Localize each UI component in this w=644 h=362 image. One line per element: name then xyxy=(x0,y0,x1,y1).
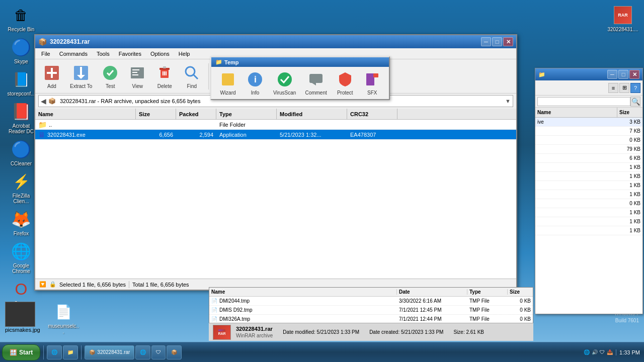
desktop-icon-acrobat[interactable]: 📕 Acrobat Reader DC xyxy=(5,102,37,134)
desktop-icon-firefox[interactable]: 🦊 Firefox xyxy=(5,209,37,236)
list-item[interactable]: 1 KB xyxy=(535,208,642,217)
test-mode-line3: Build 7601 xyxy=(614,317,639,324)
col-header-size[interactable]: Size xyxy=(136,109,176,119)
address-dropdown-button[interactable]: ▼ xyxy=(505,98,511,104)
list-item[interactable]: 7 KB xyxy=(535,127,642,136)
fe-search-input-area[interactable] xyxy=(537,97,630,106)
bottom-file-date-0: 3/30/2022 6:16 AM xyxy=(397,298,467,304)
taskbar-shield-button[interactable]: 🛡 xyxy=(151,345,166,359)
desktop-icon-recycle-bin[interactable]: 🗑 Recycle Bin xyxy=(5,5,37,32)
desktop-icon-skype[interactable]: 🔵 Skype xyxy=(5,37,37,64)
list-item[interactable]: 1 KB xyxy=(535,217,642,226)
toolbar-find-button[interactable]: Find xyxy=(179,61,204,92)
status-right: Total 1 file, 6,656 bytes xyxy=(132,282,189,288)
col-header-type[interactable]: Type xyxy=(216,109,277,119)
word-icon: 📘 xyxy=(11,69,31,89)
desktop-icon-320228431[interactable]: RAR 320228431.... xyxy=(607,5,639,32)
tray-icons: 🌐 🔊 🛡 📥 xyxy=(584,349,613,355)
list-item[interactable]: 📄 DMIS D92.tmp 7/1/2021 12:45 PM TMP Fil… xyxy=(209,306,533,315)
menu-favorites[interactable]: Favorites xyxy=(115,50,145,58)
list-item[interactable]: 1 KB xyxy=(535,163,642,172)
toolbar-extract-button[interactable]: Extract To xyxy=(66,61,96,92)
tray-security-icon[interactable]: 🛡 xyxy=(600,349,605,355)
menu-help[interactable]: Help xyxy=(175,50,194,58)
desktop-icon-word[interactable]: 📘 storepconf... xyxy=(5,69,37,97)
back-button[interactable]: ◀ xyxy=(41,97,46,105)
col-header-modified[interactable]: Modified xyxy=(277,109,347,119)
desktop-icon-filezilla[interactable]: ⚡ FileZilla Clien... xyxy=(5,171,37,204)
taskbar-ie-button[interactable]: 🌐 xyxy=(47,345,62,359)
temp-sfx-icon xyxy=(363,70,381,88)
temp-virusscan-button[interactable]: VirusScan xyxy=(270,68,299,98)
list-item[interactable]: 1 KB xyxy=(535,172,642,181)
word-label: storepconf... xyxy=(7,91,35,97)
file-type-exe: Application xyxy=(216,132,277,138)
bottom-file-size-info: Size: 2.61 KB xyxy=(453,329,484,335)
taskbar-winrar2-button[interactable]: 📦 xyxy=(167,345,182,359)
toolbar-view-button[interactable]: View xyxy=(125,61,150,92)
fe-maximize-button[interactable]: □ xyxy=(618,70,628,79)
temp-wizard-button[interactable]: Wizard xyxy=(215,68,240,98)
desktop-icon-museum[interactable]: 📄 museumselc... xyxy=(47,302,79,337)
desktop-icon-chrome[interactable]: 🌐 Google Chrome xyxy=(5,241,37,274)
tray-network-icon[interactable]: 🌐 xyxy=(584,349,590,355)
fe-view-details-button[interactable]: ⊞ xyxy=(619,83,629,93)
fe-help-button[interactable]: ? xyxy=(630,83,640,93)
bottom-file-list: Name Date Type Size 📄 DMI2044.tmp 3/30/2… xyxy=(209,287,533,323)
bottom-col-date: Date xyxy=(397,289,467,295)
list-item[interactable]: 79 KB xyxy=(535,145,642,154)
fe-view-list-button[interactable]: ≡ xyxy=(608,83,618,93)
taskbar-folder-button[interactable]: 📁 xyxy=(63,345,78,359)
list-item[interactable]: 📄 DMI326A.tmp 7/1/2021 12:44 PM TMP File… xyxy=(209,315,533,323)
col-header-crc[interactable]: CRC32 xyxy=(347,109,397,119)
menu-file[interactable]: File xyxy=(37,50,54,58)
toolbar-test-button[interactable]: Test xyxy=(98,61,123,92)
temp-info-button[interactable]: i Info xyxy=(243,68,268,98)
list-item[interactable]: 📄 DMI2044.tmp 3/30/2022 6:16 AM TMP File… xyxy=(209,297,533,306)
fe-column-headers: Name Size xyxy=(535,108,642,118)
menu-options[interactable]: Options xyxy=(146,50,174,58)
fe-col-size[interactable]: Size xyxy=(617,108,642,117)
toolbar-add-button[interactable]: Add xyxy=(39,61,64,92)
bottom-file-name-0: 📄 DMI2044.tmp xyxy=(209,298,397,304)
list-item[interactable]: 6 KB xyxy=(535,154,642,163)
file-size-exe: 6,656 xyxy=(136,132,176,138)
fe-titlebar: 📁 ─ □ ✕ xyxy=(535,68,642,80)
table-row[interactable]: 🖥 320228431.exe 6,656 2,594 Application … xyxy=(35,130,516,140)
col-header-name[interactable]: Name xyxy=(35,109,136,119)
winrar-maximize-button[interactable]: □ xyxy=(492,37,502,46)
winrar-close-button[interactable]: ✕ xyxy=(503,37,513,46)
desktop-icon-ccleaner[interactable]: 🔵 CCleaner xyxy=(5,139,37,166)
fe-close-button[interactable]: ✕ xyxy=(629,70,639,79)
table-row[interactable]: 📁 .. File Folder xyxy=(35,120,516,130)
desktop-icon-picsmakes[interactable]: picsmakes.jpg xyxy=(5,302,37,337)
temp-popup: 📁 Temp Wizard i Info xyxy=(210,56,390,100)
tray-download-icon[interactable]: 📥 xyxy=(607,349,613,355)
toolbar-delete-button[interactable]: Delete xyxy=(152,61,177,92)
list-item[interactable]: 0 KB xyxy=(535,136,642,145)
fe-col-name[interactable]: Name xyxy=(535,108,617,117)
taskbar-ie2-button[interactable]: 🌐 xyxy=(135,345,150,359)
temp-comment-icon xyxy=(307,70,325,88)
temp-protect-button[interactable]: Protect xyxy=(333,68,358,98)
temp-comment-button[interactable]: Comment xyxy=(301,68,330,98)
list-item[interactable]: 1 KB xyxy=(535,226,642,235)
status-left: Selected 1 file, 6,656 bytes xyxy=(59,282,126,288)
tray-clock[interactable]: 1:33 PM xyxy=(616,349,640,355)
list-item[interactable]: 1 KB xyxy=(535,190,642,199)
temp-sfx-button[interactable]: SFX xyxy=(360,68,385,98)
start-button[interactable]: 🪟 Start xyxy=(2,344,40,360)
taskbar-winrar-button[interactable]: 📦 320228431.rar xyxy=(85,345,134,359)
tray-volume-icon[interactable]: 🔊 xyxy=(592,349,598,355)
col-header-packed[interactable]: Packed xyxy=(176,109,216,119)
list-item[interactable]: ive 3 KB xyxy=(535,118,642,127)
fe-minimize-button[interactable]: ─ xyxy=(607,70,617,79)
menu-commands[interactable]: Commands xyxy=(55,50,92,58)
temp-wizard-icon xyxy=(219,70,237,88)
list-item[interactable]: 1 KB xyxy=(535,181,642,190)
winrar-minimize-button[interactable]: ─ xyxy=(481,37,491,46)
fe-search-button[interactable]: 🔍 xyxy=(630,97,640,107)
menu-tools[interactable]: Tools xyxy=(93,50,114,58)
tray-time: 1:33 PM xyxy=(619,349,640,355)
list-item[interactable]: 0 KB xyxy=(535,199,642,208)
